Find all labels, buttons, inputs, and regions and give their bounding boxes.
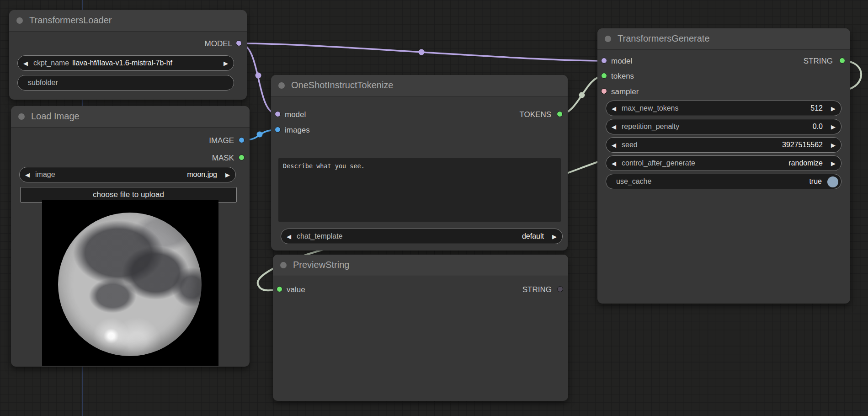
image-preview [42, 200, 218, 366]
widget-label: max_new_tokens [622, 104, 679, 112]
input-label-images: images [285, 126, 310, 135]
widget-label: image [35, 171, 55, 179]
node-titlebar[interactable]: TransformersLoader [9, 10, 247, 32]
widget-value: 0.0 [813, 123, 823, 131]
widget-label: repetition_penalty [622, 123, 679, 131]
widget-label: ckpt_name [33, 59, 69, 67]
node-title: Load Image [31, 111, 80, 122]
node-titlebar[interactable]: Load Image [11, 106, 250, 128]
widget-value: true [809, 177, 822, 186]
decrement-arrow-icon[interactable]: ◀ [612, 142, 620, 149]
input-port-value[interactable] [277, 286, 282, 292]
input-label-tokens: tokens [611, 72, 634, 81]
increment-arrow-icon[interactable]: ▶ [220, 60, 228, 67]
decrement-arrow-icon[interactable]: ◀ [612, 160, 620, 167]
input-port-tokens[interactable] [601, 73, 607, 79]
widget-chat-template[interactable]: ◀ chat_template default ▶ [281, 229, 563, 244]
increment-arrow-icon[interactable]: ▶ [827, 142, 836, 149]
node-transformers-generate[interactable]: TransformersGenerate model tokens sample… [597, 28, 850, 304]
widget-label: seed [622, 141, 638, 149]
output-label-mask: MASK [212, 154, 234, 163]
output-port-image[interactable] [239, 137, 245, 143]
moon-image [58, 213, 202, 356]
graph-canvas[interactable]: TransformersLoader MODEL ◀ ckpt_name lla… [0, 0, 868, 416]
node-preview-string[interactable]: PreviewString value STRING [273, 255, 568, 401]
choose-file-label: choose file to upload [93, 190, 164, 199]
collapse-dot-icon[interactable] [16, 17, 23, 24]
widget-use-cache[interactable]: use_cache true [606, 174, 841, 189]
collapse-dot-icon[interactable] [18, 113, 25, 120]
output-port-mask[interactable] [239, 155, 245, 160]
output-port-tokens[interactable] [557, 111, 563, 117]
decrement-arrow-icon[interactable]: ◀ [612, 105, 620, 112]
widget-max-new-tokens[interactable]: ◀ max_new_tokens 512 ▶ [606, 101, 841, 116]
input-port-model[interactable] [275, 111, 281, 117]
widget-value: moon.jpg [187, 171, 217, 179]
widget-value: randomize [788, 159, 823, 167]
node-transformers-loader[interactable]: TransformersLoader MODEL ◀ ckpt_name lla… [9, 10, 247, 100]
decrement-arrow-icon[interactable]: ◀ [287, 233, 295, 240]
collapse-dot-icon[interactable] [605, 36, 611, 42]
wire-model-to-generate [239, 43, 604, 61]
output-port-string[interactable] [839, 58, 845, 64]
decrement-arrow-icon[interactable]: ◀ [23, 60, 32, 67]
increment-arrow-icon[interactable]: ▶ [827, 123, 836, 130]
decrement-arrow-icon[interactable]: ◀ [25, 171, 33, 178]
decrement-arrow-icon[interactable]: ◀ [612, 123, 620, 130]
widget-subfolder[interactable]: subfolder [17, 75, 234, 91]
widget-value: llava-hf/llava-v1.6-mistral-7b-hf [72, 59, 172, 67]
node-title: TransformersGenerate [618, 33, 710, 44]
output-label-model: MODEL [205, 39, 232, 48]
increment-arrow-icon[interactable]: ▶ [548, 233, 557, 240]
increment-arrow-icon[interactable]: ▶ [827, 160, 836, 167]
widget-label: subfolder [28, 79, 58, 87]
widget-label: chat_template [297, 232, 343, 240]
widget-ckpt-name[interactable]: ◀ ckpt_name llava-hf/llava-v1.6-mistral-… [17, 55, 234, 71]
input-port-model[interactable] [601, 58, 607, 64]
widget-repetition-penalty[interactable]: ◀ repetition_penalty 0.0 ▶ [606, 119, 841, 134]
node-load-image[interactable]: Load Image IMAGE MASK ◀ image moon.jpg ▶… [11, 106, 250, 367]
collapse-dot-icon[interactable] [280, 262, 287, 268]
output-label-string: STRING [804, 57, 833, 66]
widget-value: 512 [810, 104, 823, 112]
input-port-sampler[interactable] [601, 88, 607, 94]
increment-arrow-icon[interactable]: ▶ [827, 105, 836, 112]
collapse-dot-icon[interactable] [278, 82, 285, 89]
increment-arrow-icon[interactable]: ▶ [222, 171, 230, 178]
input-label-model: model [611, 57, 632, 66]
wire-dot-model-to-generate [419, 49, 425, 55]
node-titlebar[interactable]: PreviewString [273, 255, 568, 276]
input-label-value: value [287, 285, 305, 294]
widget-value: default [522, 232, 544, 240]
widget-control-after-generate[interactable]: ◀ control_after_generate randomize ▶ [606, 155, 841, 171]
output-label-image: IMAGE [209, 136, 234, 145]
output-label-tokens: TOKENS [519, 110, 551, 119]
output-port-model[interactable] [236, 40, 242, 46]
node-title: TransformersLoader [29, 15, 112, 26]
widget-value: 3927515562 [782, 141, 823, 149]
wire-dot-image-to-images [257, 132, 263, 138]
output-port-string[interactable] [557, 286, 563, 292]
widget-label: use_cache [616, 177, 651, 186]
prompt-textarea[interactable]: Describe what you see. [278, 158, 561, 222]
node-title: OneShotInstructTokenize [291, 80, 393, 91]
input-port-images[interactable] [275, 127, 281, 133]
input-label-model: model [285, 110, 306, 119]
output-label-string: STRING [522, 285, 552, 294]
node-titlebar[interactable]: TransformersGenerate [597, 28, 850, 50]
widget-label: control_after_generate [622, 159, 695, 167]
wire-dot-tokens-to-generate [579, 92, 585, 98]
input-label-sampler: sampler [611, 87, 639, 96]
node-oneshot-instruct-tokenize[interactable]: OneShotInstructTokenize model images TOK… [271, 75, 568, 251]
widget-seed[interactable]: ◀ seed 3927515562 ▶ [606, 137, 841, 153]
node-title: PreviewString [293, 260, 349, 270]
use-cache-toggle[interactable] [827, 176, 838, 187]
wire-dot-model-to-tokenize [256, 73, 261, 79]
node-titlebar[interactable]: OneShotInstructTokenize [271, 75, 568, 96]
widget-image-select[interactable]: ◀ image moon.jpg ▶ [19, 167, 236, 182]
